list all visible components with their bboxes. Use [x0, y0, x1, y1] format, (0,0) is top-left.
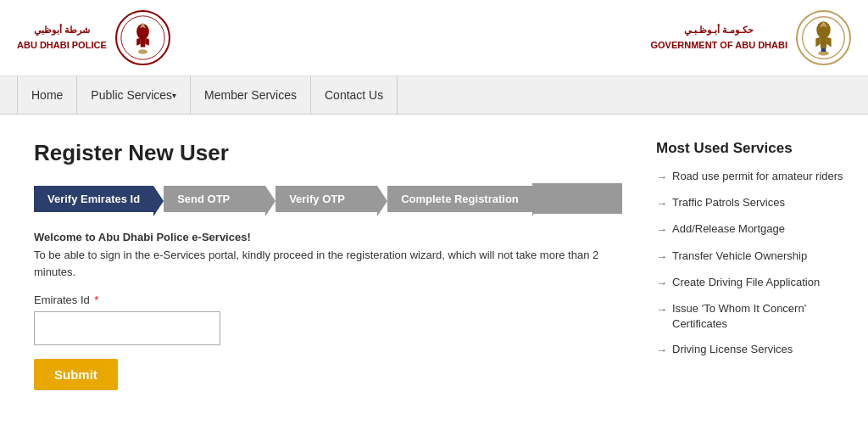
welcome-description: To be able to sign in the e-Services por… [34, 247, 622, 280]
sidebar-item-road-use-permit[interactable]: → Road use permit for amateur riders [656, 169, 851, 185]
arrow-icon: → [656, 302, 667, 317]
sidebar-item-label: Traffic Patrols Services [672, 195, 785, 210]
arrow-icon: → [656, 222, 667, 238]
welcome-title: Welcome to Abu Dhabi Police e-Services! [34, 231, 622, 243]
step-complete-registration: Complete Registration [387, 186, 532, 212]
arrow-icon: → [656, 196, 667, 211]
sidebar-item-driving-license[interactable]: → Driving License Services [656, 342, 851, 358]
required-indicator: * [92, 294, 99, 306]
svg-point-6 [138, 49, 147, 54]
police-name-arabic: شرطة أبوظبي [34, 24, 90, 36]
page-title: Register New User [34, 140, 622, 166]
submit-button[interactable]: Submit [34, 359, 118, 390]
police-logo-area: شرطة أبوظبي ABU DHABI POLICE [17, 10, 170, 65]
sidebar-item-issue-certificates[interactable]: → Issue 'To Whom It Concern' Certificate… [656, 301, 851, 332]
svg-rect-10 [821, 37, 826, 48]
sidebar-item-create-driving-file[interactable]: → Create Driving File Application [656, 275, 851, 291]
nav-item-contact-us[interactable]: Contact Us [311, 76, 398, 114]
gov-name-arabic: حكـومـة أبـوظـبـي [684, 24, 754, 36]
header: شرطة أبوظبي ABU DHABI POLICE حكـومـة أبـ… [0, 0, 868, 76]
step-label-2: Send OTP [177, 193, 230, 205]
sidebar-item-add-release-mortgage[interactable]: → Add/Release Mortgage [656, 221, 851, 238]
police-logo-circle [115, 10, 170, 65]
arrow-icon: → [656, 170, 667, 185]
step-verify-otp: Verify OTP [275, 186, 377, 212]
police-name-english: ABU DHABI POLICE [17, 39, 107, 52]
nav-item-member-services[interactable]: Member Services [191, 76, 311, 114]
police-emblem-icon [120, 14, 166, 61]
stepper-spacer [532, 183, 622, 214]
registration-form: Emirates Id * Submit [34, 294, 622, 390]
gov-emblem-icon [800, 14, 847, 61]
emiratesid-input[interactable] [34, 311, 220, 345]
arrow-icon: → [656, 276, 667, 291]
sidebar-item-label: Issue 'To Whom It Concern' Certificates [672, 301, 851, 332]
svg-rect-14 [821, 48, 826, 52]
arrow-icon: → [656, 343, 667, 358]
step-send-otp: Send OTP [164, 186, 265, 212]
main-nav: Home Public Services Member Services Con… [0, 76, 868, 115]
registration-stepper: Verify Emirates Id Send OTP Verify OTP C… [34, 183, 622, 214]
step-label-3: Verify OTP [289, 193, 345, 205]
step-label-1: Verify Emirates Id [47, 193, 140, 205]
main-content: Register New User Verify Emirates Id Sen… [0, 115, 868, 416]
sidebar-item-label: Add/Release Mortgage [672, 221, 785, 237]
nav-item-home[interactable]: Home [17, 76, 77, 114]
sidebar-item-traffic-patrols[interactable]: → Traffic Patrols Services [656, 195, 851, 211]
sidebar-item-transfer-vehicle[interactable]: → Transfer Vehicle Ownership [656, 249, 851, 265]
svg-rect-3 [140, 38, 145, 48]
sidebar-item-label: Road use permit for amateur riders [672, 169, 843, 184]
step-verify-emirates: Verify Emirates Id [34, 186, 153, 212]
gov-logo-circle [796, 10, 851, 65]
step-label-4: Complete Registration [401, 193, 519, 205]
sidebar-item-label: Transfer Vehicle Ownership [672, 249, 807, 264]
arrow-icon: → [656, 249, 667, 265]
emiratesid-label: Emirates Id * [34, 294, 622, 306]
gov-name-english: GOVERNMENT OF ABU DHABI [650, 39, 787, 52]
sidebar-item-label: Create Driving File Application [672, 275, 820, 290]
form-content: Register New User Verify Emirates Id Sen… [17, 131, 631, 399]
sidebar-title: Most Used Services [656, 140, 851, 157]
nav-item-public-services[interactable]: Public Services [77, 76, 191, 114]
most-used-services-sidebar: Most Used Services → Road use permit for… [648, 131, 851, 399]
sidebar-item-label: Driving License Services [672, 342, 793, 357]
gov-logo-area: حكـومـة أبـوظـبـي GOVERNMENT OF ABU DHAB… [650, 10, 851, 65]
